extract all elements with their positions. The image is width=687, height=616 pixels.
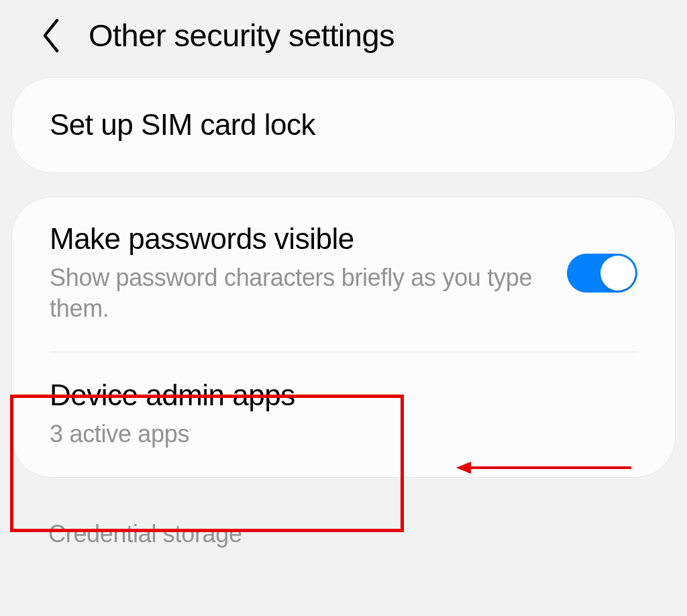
device-admin-apps-item[interactable]: Device admin apps 3 active apps	[12, 352, 675, 477]
make-passwords-visible-item[interactable]: Make passwords visible Show password cha…	[12, 197, 675, 352]
credential-storage-header: Credential storage	[0, 501, 687, 562]
sim-card-lock-item[interactable]: Set up SIM card lock	[12, 78, 675, 172]
sim-card-section: Set up SIM card lock	[11, 77, 676, 173]
header-bar: Other security settings	[0, 0, 687, 77]
passwords-admin-section: Make passwords visible Show password cha…	[11, 197, 676, 478]
sim-card-lock-title: Set up SIM card lock	[50, 107, 637, 143]
back-button[interactable]	[40, 18, 62, 53]
device-admin-title: Device admin apps	[50, 378, 637, 413]
chevron-left-icon	[40, 18, 62, 53]
passwords-title: Make passwords visible	[50, 221, 540, 257]
page-title: Other security settings	[89, 17, 394, 54]
device-admin-subtitle: 3 active apps	[50, 419, 637, 450]
passwords-text-container: Make passwords visible Show password cha…	[50, 221, 540, 325]
passwords-toggle[interactable]	[567, 254, 637, 293]
passwords-subtitle: Show password characters briefly as you …	[50, 262, 540, 325]
